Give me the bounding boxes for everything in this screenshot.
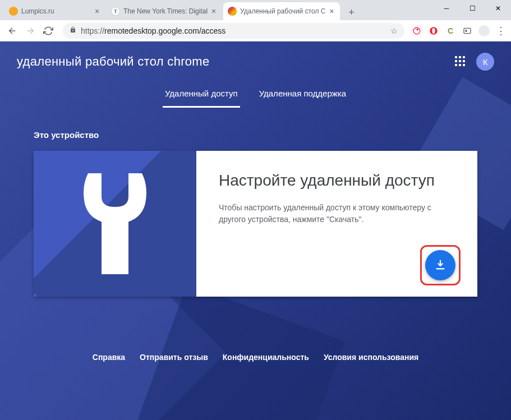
tab-title: Удаленный рабочий стол C: [240, 7, 325, 15]
footer: Справка Отправить отзыв Конфиденциальнос…: [0, 308, 511, 373]
menu-icon[interactable]: ⋮: [495, 25, 507, 36]
svg-rect-3: [464, 28, 471, 33]
favicon-icon: [228, 7, 237, 16]
download-highlight: [420, 245, 461, 285]
section-title: Это устройство: [34, 130, 477, 140]
address-bar: https://remotedesktop.google.com/access …: [0, 20, 511, 41]
download-icon: [434, 259, 446, 271]
footer-feedback[interactable]: Отправить отзыв: [140, 353, 208, 362]
close-icon[interactable]: ×: [328, 7, 335, 15]
tab-remote-access[interactable]: Удаленный доступ: [163, 83, 240, 108]
footer-privacy[interactable]: Конфиденциальность: [223, 353, 309, 362]
svg-point-2: [432, 27, 435, 34]
forward-button[interactable]: [22, 23, 38, 39]
card-illustration: [34, 151, 196, 297]
svg-rect-4: [466, 30, 467, 32]
toolbar-extensions: C ⋮: [411, 25, 507, 36]
card-body: Настройте удаленный доступ Чтобы настрои…: [196, 151, 477, 297]
page-header: удаленный рабочий стол chrome К: [0, 41, 511, 76]
minimize-button[interactable]: ─: [434, 0, 459, 17]
wrench-icon: [81, 173, 149, 274]
extension-icon[interactable]: [462, 25, 473, 36]
url-text: https://remotedesktop.google.com/access: [81, 26, 225, 35]
setup-card: Настройте удаленный доступ Чтобы настрои…: [34, 151, 477, 297]
brand-title: удаленный рабочий стол chrome: [17, 54, 210, 69]
browser-tab[interactable]: Lumpics.ru ×: [4, 2, 105, 20]
new-tab-button[interactable]: +: [343, 4, 359, 20]
card-description: Чтобы настроить удаленный доступ к этому…: [219, 202, 432, 225]
close-icon[interactable]: ×: [210, 7, 218, 15]
footer-terms[interactable]: Условия использования: [324, 353, 418, 362]
back-button[interactable]: [4, 23, 20, 39]
tab-title: The New York Times: Digital: [123, 7, 208, 15]
close-window-button[interactable]: ✕: [485, 0, 511, 17]
maximize-button[interactable]: ☐: [459, 0, 485, 17]
browser-tab[interactable]: T The New York Times: Digital ×: [107, 2, 222, 20]
extension-icon[interactable]: [428, 25, 439, 36]
download-button[interactable]: [425, 250, 455, 280]
tab-remote-support[interactable]: Удаленная поддержка: [257, 83, 348, 108]
footer-help[interactable]: Справка: [93, 353, 125, 362]
tab-title: Lumpics.ru: [21, 7, 91, 15]
nav-tabs: Удаленный доступ Удаленная поддержка: [0, 83, 511, 108]
profile-icon[interactable]: [478, 25, 490, 36]
favicon-icon: T: [111, 7, 120, 16]
page-content: удаленный рабочий стол chrome К Удаленны…: [0, 41, 511, 420]
browser-tab-active[interactable]: Удаленный рабочий стол C ×: [223, 2, 340, 20]
reload-button[interactable]: [40, 23, 56, 39]
window-controls: ─ ☐ ✕: [434, 0, 511, 17]
omnibox[interactable]: https://remotedesktop.google.com/access …: [63, 23, 404, 39]
close-icon[interactable]: ×: [93, 7, 101, 15]
extension-icon[interactable]: [411, 25, 422, 36]
device-section: Это устройство Настройте удаленный досту…: [0, 108, 511, 308]
card-heading: Настройте удаленный доступ: [219, 170, 455, 191]
favicon-icon: [9, 7, 18, 16]
extension-icon[interactable]: C: [445, 25, 456, 36]
bookmark-icon[interactable]: ☆: [390, 26, 398, 35]
apps-icon[interactable]: [455, 56, 466, 67]
browser-tabstrip: Lumpics.ru × T The New York Times: Digit…: [0, 0, 511, 20]
avatar[interactable]: К: [476, 53, 494, 71]
lock-icon: [70, 26, 76, 35]
